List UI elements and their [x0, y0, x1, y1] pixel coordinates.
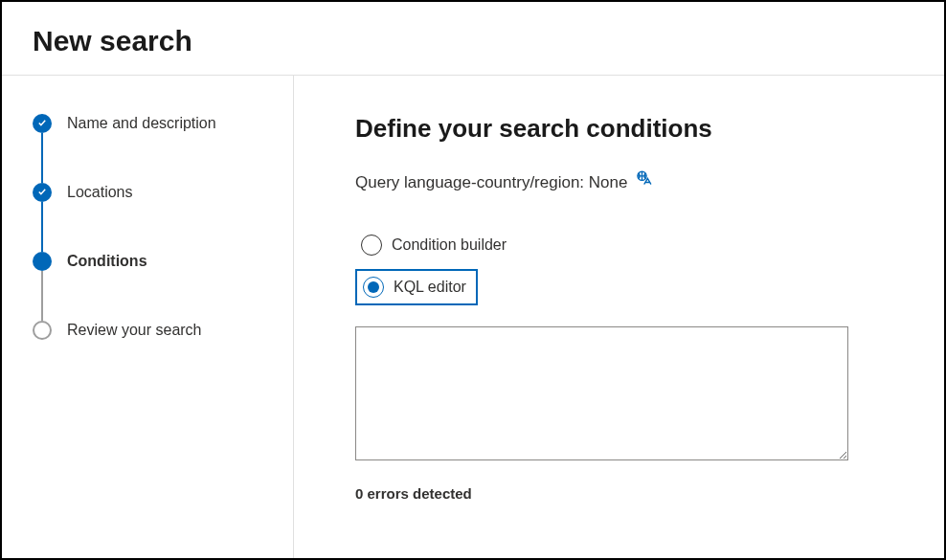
page-body: Name and description Locations Condition…	[2, 76, 944, 560]
step-locations[interactable]: Locations	[33, 183, 270, 252]
translate-icon[interactable]	[635, 170, 654, 194]
wizard-sidebar: Name and description Locations Condition…	[2, 76, 294, 560]
editor-mode-radio-group: Condition builder KQL editor	[355, 229, 890, 305]
radio-label: Condition builder	[392, 236, 507, 254]
step-connector	[41, 271, 43, 321]
radio-icon	[363, 277, 384, 298]
step-connector	[41, 133, 43, 183]
radio-kql-editor[interactable]: KQL editor	[355, 269, 478, 305]
kql-editor-textarea[interactable]	[355, 326, 848, 460]
section-title: Define your search conditions	[355, 114, 890, 144]
wizard-steps: Name and description Locations Condition…	[33, 114, 270, 340]
checkmark-icon	[33, 114, 52, 133]
step-label: Locations	[67, 184, 133, 201]
page-header: New search	[2, 2, 944, 76]
step-label: Review your search	[67, 322, 202, 339]
main-content: Define your search conditions Query lang…	[294, 76, 944, 560]
step-label: Name and description	[67, 115, 216, 132]
radio-label: KQL editor	[394, 279, 466, 296]
step-conditions[interactable]: Conditions	[33, 252, 270, 321]
step-name-and-description[interactable]: Name and description	[33, 114, 270, 183]
radio-dot-icon	[368, 281, 379, 293]
step-connector	[41, 202, 43, 252]
query-language-label: Query language-country/region: None	[355, 173, 627, 192]
checkmark-icon	[33, 183, 52, 202]
step-review-your-search[interactable]: Review your search	[33, 321, 270, 340]
page-title: New search	[33, 25, 913, 57]
upcoming-step-icon	[33, 321, 52, 340]
current-step-icon	[33, 252, 52, 271]
step-label: Conditions	[67, 253, 147, 270]
radio-icon	[361, 235, 382, 256]
query-language-row: Query language-country/region: None	[355, 170, 890, 194]
radio-condition-builder[interactable]: Condition builder	[355, 229, 516, 261]
errors-detected-text: 0 errors detected	[355, 485, 890, 502]
